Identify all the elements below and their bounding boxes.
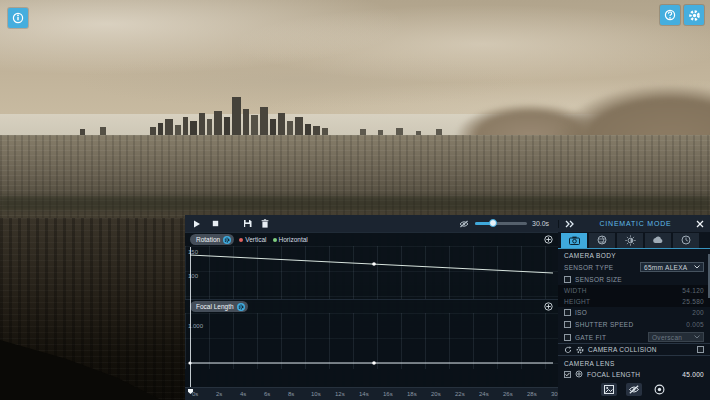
close-panel-button[interactable] bbox=[696, 220, 704, 228]
close-icon bbox=[696, 220, 704, 228]
record-button[interactable] bbox=[651, 383, 667, 396]
legend-horizontal-dot bbox=[273, 238, 277, 242]
add-keyframe-icon bbox=[544, 235, 553, 244]
focal-curve bbox=[185, 313, 558, 369]
add-focal-keyframe-button[interactable] bbox=[544, 302, 553, 311]
record-icon bbox=[654, 384, 665, 395]
tick: 28s bbox=[527, 391, 537, 397]
keyframe-toggle-icon[interactable] bbox=[575, 370, 583, 378]
trash-icon bbox=[261, 219, 269, 228]
add-rotation-keyframe-button[interactable] bbox=[544, 235, 553, 244]
focal-length-checkbox[interactable] bbox=[564, 371, 571, 378]
settings-button[interactable] bbox=[684, 5, 704, 25]
cinematic-mode-panel: 30.0s CINEMATIC MODE bbox=[185, 215, 710, 400]
tab-lighting[interactable] bbox=[617, 233, 643, 248]
play-button[interactable] bbox=[191, 218, 203, 230]
tree-band bbox=[0, 196, 710, 210]
tick: 18s bbox=[407, 391, 417, 397]
focal-track-label: Focal Length bbox=[196, 303, 234, 310]
shutter-speed-checkbox[interactable] bbox=[564, 321, 571, 328]
stop-icon bbox=[212, 220, 219, 227]
tick: 2s bbox=[216, 391, 222, 397]
camera-settings: CAMERA BODY SENSOR TYPE 65mm ALEXA SENSO… bbox=[558, 232, 710, 400]
sensor-type-label: SENSOR TYPE bbox=[564, 264, 613, 271]
timeline-area[interactable]: Rotation Vertical Horizontal bbox=[185, 232, 558, 400]
stop-button[interactable] bbox=[209, 218, 221, 230]
camera-body-section-label: CAMERA BODY bbox=[558, 251, 710, 261]
delete-button[interactable] bbox=[259, 218, 271, 230]
gear-icon bbox=[688, 9, 701, 22]
settings-tabs bbox=[558, 232, 710, 249]
add-keyframe-icon bbox=[544, 302, 553, 311]
gate-fit-label: GATE FIT bbox=[575, 334, 606, 341]
aperture-icon bbox=[597, 235, 607, 245]
track-settings-icon[interactable] bbox=[223, 236, 231, 244]
tick: 6s bbox=[264, 391, 270, 397]
capture-actions bbox=[558, 380, 710, 400]
camera-lens-section-label: CAMERA LENS bbox=[558, 358, 710, 368]
gear-icon[interactable] bbox=[576, 346, 584, 354]
sensor-size-row: SENSOR SIZE bbox=[558, 273, 710, 285]
camera-collision-checkbox[interactable] bbox=[697, 346, 704, 353]
sensor-size-checkbox[interactable] bbox=[564, 276, 571, 283]
tick: 14s bbox=[359, 391, 369, 397]
tick: 20s bbox=[431, 391, 441, 397]
iso-checkbox[interactable] bbox=[564, 309, 571, 316]
camera-collision-row: CAMERA COLLISION bbox=[558, 343, 710, 356]
focal-keyframe-dot bbox=[372, 361, 376, 365]
gate-fit-checkbox[interactable] bbox=[564, 334, 571, 341]
game-viewport[interactable]: 30.0s CINEMATIC MODE bbox=[0, 0, 710, 400]
check-icon bbox=[565, 372, 570, 377]
playhead[interactable] bbox=[190, 247, 191, 387]
rotation-graph[interactable]: 150 100 bbox=[185, 246, 558, 299]
width-row: WIDTH 54.120 bbox=[558, 285, 710, 296]
brightness-icon bbox=[625, 235, 636, 246]
tick: 12s bbox=[335, 391, 345, 397]
track-settings-icon[interactable] bbox=[237, 303, 245, 311]
save-button[interactable] bbox=[241, 218, 253, 230]
height-label: HEIGHT bbox=[564, 298, 590, 305]
gate-fit-dropdown[interactable]: Overscan bbox=[648, 332, 704, 342]
duration-slider[interactable] bbox=[475, 222, 527, 225]
duration-value: 30.0s bbox=[532, 220, 552, 227]
play-icon bbox=[193, 220, 201, 228]
chevron-down-icon bbox=[694, 335, 700, 339]
timeline-ruler[interactable]: 0s 2s 4s 6s 8s 10s 12s 14s 16s 18s 20s 2… bbox=[185, 387, 558, 400]
gate-fit-value: Overscan bbox=[652, 334, 682, 341]
focal-graph[interactable]: 1.000 bbox=[185, 313, 558, 369]
panel-title: CINEMATIC MODE bbox=[575, 220, 696, 227]
tab-time[interactable] bbox=[673, 233, 699, 248]
photo-mode-button[interactable] bbox=[601, 383, 617, 396]
rotation-track-chip[interactable]: Rotation bbox=[190, 234, 234, 245]
rotation-legend: Vertical Horizontal bbox=[239, 236, 308, 243]
shutter-speed-value: 0.005 bbox=[686, 321, 704, 328]
help-icon bbox=[664, 9, 676, 21]
legend-vertical-dot bbox=[239, 238, 243, 242]
hide-ui-button[interactable] bbox=[626, 383, 642, 396]
focal-length-label: FOCAL LENGTH bbox=[587, 371, 640, 378]
help-button[interactable] bbox=[660, 5, 680, 25]
chevrons-right-icon bbox=[565, 220, 575, 228]
info-button[interactable] bbox=[8, 8, 28, 28]
tick: 4s bbox=[240, 391, 246, 397]
sensor-size-label: SENSOR SIZE bbox=[575, 276, 622, 283]
tick: 0s bbox=[192, 391, 198, 397]
sensor-type-value: 65mm ALEXA bbox=[644, 264, 687, 271]
rotation-track-header: Rotation Vertical Horizontal bbox=[185, 232, 558, 246]
path-visibility-button[interactable] bbox=[458, 218, 470, 230]
reset-icon[interactable] bbox=[564, 346, 572, 354]
tab-lens-effects[interactable] bbox=[589, 233, 615, 248]
legend-horizontal-label: Horizontal bbox=[279, 236, 308, 243]
tab-camera[interactable] bbox=[561, 233, 587, 248]
save-icon bbox=[243, 219, 252, 228]
tick: 16s bbox=[383, 391, 393, 397]
focal-track-chip[interactable]: Focal Length bbox=[190, 301, 248, 312]
slider-handle[interactable] bbox=[489, 219, 497, 227]
tab-weather[interactable] bbox=[645, 233, 671, 248]
focal-track-header: Focal Length bbox=[185, 299, 558, 313]
tick: 10s bbox=[311, 391, 321, 397]
chevron-down-icon bbox=[694, 265, 700, 269]
shutter-speed-row: SHUTTER SPEED 0.005 bbox=[558, 319, 710, 331]
collapse-panel-button[interactable] bbox=[565, 220, 575, 228]
sensor-type-dropdown[interactable]: 65mm ALEXA bbox=[640, 262, 704, 272]
